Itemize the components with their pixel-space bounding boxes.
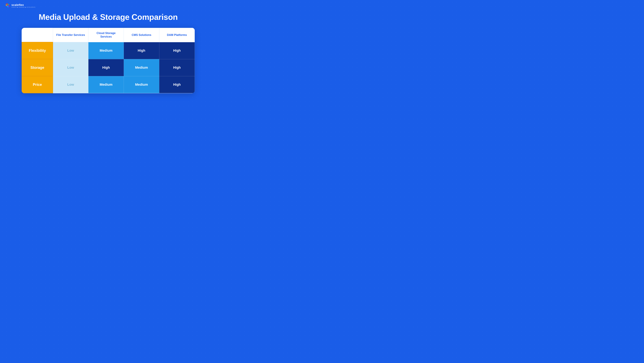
table-row: Price Low Medium Medium High xyxy=(22,76,195,93)
col-header-empty xyxy=(22,28,53,42)
col-header-cms: CMS Solutions xyxy=(124,28,159,42)
svg-marker-2 xyxy=(6,6,8,8)
comparison-table: File Transfer Services Cloud Storage Ser… xyxy=(22,28,195,93)
cell-storage-dam: High xyxy=(159,59,194,76)
cell-price-cloud-storage: Medium xyxy=(88,76,124,93)
logo: scaleflex CREATE ▶ MANAGE ▶ ACCELERATE xyxy=(4,3,36,9)
cell-flexibility-dam: High xyxy=(159,42,194,59)
table-row: Flexibility Low Medium High High xyxy=(22,42,195,59)
cell-storage-cloud-storage: High xyxy=(88,59,124,76)
logo-tagline: CREATE ▶ MANAGE ▶ ACCELERATE xyxy=(12,7,36,8)
cell-price-file-transfer: Low xyxy=(53,76,88,93)
row-label-storage: Storage xyxy=(22,59,53,76)
cell-price-cms: Medium xyxy=(124,76,159,93)
cell-flexibility-cloud-storage: Medium xyxy=(88,42,124,59)
col-header-dam: DAM Platforms xyxy=(159,28,194,42)
table-row: Storage Low High Medium High xyxy=(22,59,195,76)
row-label-price: Price xyxy=(22,76,53,93)
col-header-cloud-storage: Cloud Storage Services xyxy=(88,28,124,42)
page-title: Media Upload & Storage Comparison xyxy=(39,12,178,22)
row-label-flexibility: Flexibility xyxy=(22,42,53,59)
cell-flexibility-file-transfer: Low xyxy=(53,42,88,59)
scaleflex-logo-icon xyxy=(4,3,10,9)
cell-flexibility-cms: High xyxy=(124,42,159,59)
logo-name: scaleflex xyxy=(12,4,36,7)
logo-text: scaleflex CREATE ▶ MANAGE ▶ ACCELERATE xyxy=(12,4,36,8)
cell-storage-cms: Medium xyxy=(124,59,159,76)
cell-storage-file-transfer: Low xyxy=(53,59,88,76)
cell-price-dam: High xyxy=(159,76,194,93)
col-header-file-transfer: File Transfer Services xyxy=(53,28,88,42)
